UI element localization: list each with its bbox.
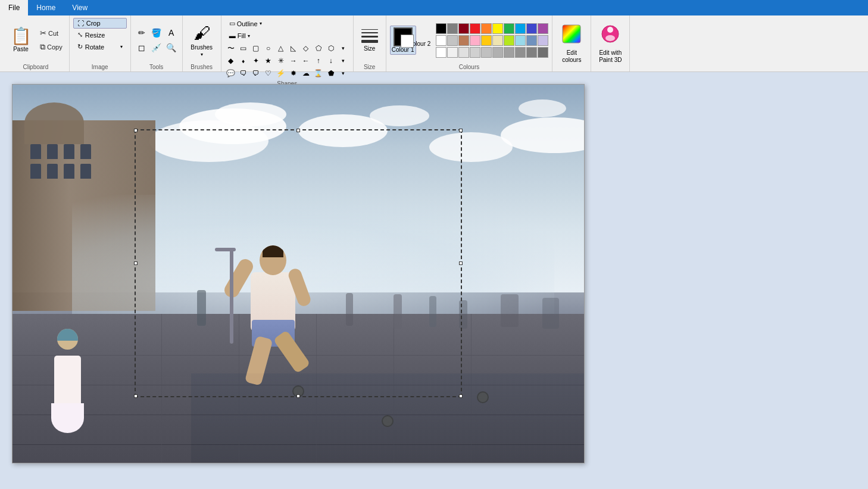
- color-cell-ed1c24[interactable]: [470, 23, 480, 34]
- size-content: Size: [357, 18, 382, 63]
- shape-arrow-up[interactable]: ↑: [313, 55, 324, 67]
- color-cell-b-efe4b0[interactable]: [492, 35, 503, 46]
- shape-explosion[interactable]: ✸: [288, 67, 299, 79]
- color-cell-extra-909090[interactable]: [515, 47, 526, 58]
- edit-colours-button[interactable]: Edit colours: [556, 25, 587, 63]
- shape-arrow-right[interactable]: →: [288, 55, 299, 67]
- colour1-selector[interactable]: Colour 1: [390, 26, 416, 55]
- vtile-1: [161, 314, 162, 463]
- shape-curve[interactable]: 〜: [225, 42, 237, 54]
- shape-diamond[interactable]: ◇: [300, 42, 312, 54]
- fill-button[interactable]: ▬ Fill ▾: [225, 30, 266, 41]
- color-cell-b-ffffff[interactable]: [436, 35, 447, 46]
- shape-misc2[interactable]: ⬟: [325, 67, 337, 79]
- color-cell-b-7092be[interactable]: [526, 35, 537, 46]
- shape-ellipse[interactable]: ○: [263, 42, 274, 54]
- fill-tool[interactable]: 🪣: [149, 26, 164, 40]
- color-cell-000000[interactable]: [436, 23, 447, 34]
- shape-more3[interactable]: ▾: [338, 67, 349, 79]
- shape-arrow-left[interactable]: ←: [300, 55, 312, 67]
- shape-more1[interactable]: ▾: [338, 42, 349, 54]
- shape-rounddiamond[interactable]: ⬧: [238, 55, 249, 67]
- canvas-image[interactable]: [13, 85, 584, 463]
- color-cell-extra-808080[interactable]: [526, 47, 537, 58]
- outline-button[interactable]: ▭ Outline ▾: [225, 18, 266, 29]
- color-cell-b-ffc90e[interactable]: [481, 35, 492, 46]
- paint3d-button[interactable]: Edit with Paint 3D: [595, 25, 626, 63]
- eraser-tool[interactable]: ◻: [135, 41, 149, 55]
- ribbon-tabs: File Home View: [0, 0, 868, 15]
- color-cell-fff200[interactable]: [492, 23, 503, 34]
- color-cell-880015[interactable]: [458, 23, 469, 34]
- shape-callout3[interactable]: 🗩: [250, 67, 262, 79]
- shape-pentagon[interactable]: ⬠: [313, 42, 324, 54]
- size-button[interactable]: Size: [357, 21, 382, 60]
- pencil-tool[interactable]: ✏: [135, 26, 149, 40]
- colorpick-tool[interactable]: 💉: [149, 41, 164, 55]
- color-cell-22b14c[interactable]: [504, 23, 514, 34]
- shape-cloud[interactable]: ☁: [300, 67, 312, 79]
- shape-rect[interactable]: ▭: [238, 42, 249, 54]
- color-cell-00a2e8[interactable]: [515, 23, 526, 34]
- shape-more2[interactable]: ▾: [338, 55, 349, 67]
- color-cell-b-99d9ea[interactable]: [515, 35, 526, 46]
- magnify-tool[interactable]: 🔍: [164, 41, 179, 55]
- color-cell-7f7f7f[interactable]: [447, 23, 458, 34]
- canvas-wrapper: [12, 84, 585, 463]
- shape-star4[interactable]: ✦: [250, 55, 262, 67]
- main-figure-container: [239, 236, 245, 391]
- color-cell-3f48cc[interactable]: [526, 23, 537, 34]
- tools-grid: ✏ 🪣 A ◻ 💉 🔍: [135, 26, 179, 55]
- color-cell-extra-b0b0b0[interactable]: [492, 47, 503, 58]
- tools-group: ✏ 🪣 A ◻ 💉 🔍 Tools: [131, 15, 183, 71]
- paste-button[interactable]: 📋 Paste: [6, 21, 36, 60]
- size-group-label: Size: [364, 63, 375, 70]
- tab-view[interactable]: View: [64, 0, 96, 15]
- color-cell-extra-ffffff[interactable]: [436, 47, 447, 58]
- colours-content: Colour 1 Colour 2: [390, 18, 549, 63]
- copy-button[interactable]: ⧉ Copy: [37, 41, 65, 54]
- shape-triangle[interactable]: △: [275, 42, 287, 54]
- shape-star6[interactable]: ✳: [275, 55, 287, 67]
- color-cell-b-b5e61d[interactable]: [504, 35, 514, 46]
- color-cell-a349a4[interactable]: [538, 23, 548, 34]
- color-cell-b-c3c3c3[interactable]: [447, 35, 458, 46]
- shape-misc1[interactable]: ⌛: [313, 67, 324, 79]
- color-cell-ff7f27[interactable]: [481, 23, 492, 34]
- figure-head: [260, 245, 286, 275]
- color-cell-b-ffaec9[interactable]: [470, 35, 480, 46]
- color-cell-b-b97a57[interactable]: [458, 35, 469, 46]
- rotate-icon: ↻: [77, 43, 83, 51]
- color-cell-b-c8bfe7[interactable]: [538, 35, 548, 46]
- color-cell-extra-d0d0d0[interactable]: [470, 47, 480, 58]
- shape-heart[interactable]: ♡: [263, 67, 274, 79]
- canvas-area[interactable]: [0, 72, 868, 489]
- shape-star5[interactable]: ★: [263, 55, 274, 67]
- crop-button[interactable]: ⛶ Crop: [73, 18, 127, 29]
- size-line-2: [361, 32, 378, 33]
- resize-button[interactable]: ⤡ Resize: [73, 29, 127, 41]
- tools-content: ✏ 🪣 A ◻ 💉 🔍: [135, 18, 179, 63]
- shape-lightning[interactable]: ⚡: [275, 67, 287, 79]
- shape-callout1[interactable]: 💬: [225, 67, 237, 79]
- color-cell-extra-c0c0c0[interactable]: [481, 47, 492, 58]
- color-cell-extra-e0e0e0[interactable]: [458, 47, 469, 58]
- shape-rtriangle[interactable]: ◺: [288, 42, 299, 54]
- shape-callout2[interactable]: 🗨: [238, 67, 249, 79]
- text-tool[interactable]: A: [164, 26, 179, 40]
- shape-arrow-down[interactable]: ↓: [325, 55, 337, 67]
- rotate-button[interactable]: ↻ Rotate ▾: [73, 41, 127, 52]
- color-cell-extra-707070[interactable]: [538, 47, 548, 58]
- cut-button[interactable]: ✂ Cut: [37, 27, 65, 39]
- tab-file[interactable]: File: [0, 0, 28, 15]
- shape-diamond2[interactable]: ◆: [225, 55, 237, 67]
- shapes-controls: ▭ Outline ▾ ▬ Fill ▾: [225, 18, 266, 41]
- shape-hexagon[interactable]: ⬡: [325, 42, 337, 54]
- crop-icon: ⛶: [77, 20, 84, 27]
- color-cell-extra-f0f0f0[interactable]: [447, 47, 458, 58]
- tab-home[interactable]: Home: [28, 0, 64, 15]
- shape-roundrect[interactable]: ▢: [250, 42, 262, 54]
- brushes-button[interactable]: 🖌 Brushes ▾: [186, 21, 217, 60]
- fill-arrow: ▾: [248, 33, 250, 39]
- color-cell-extra-a0a0a0[interactable]: [504, 47, 514, 58]
